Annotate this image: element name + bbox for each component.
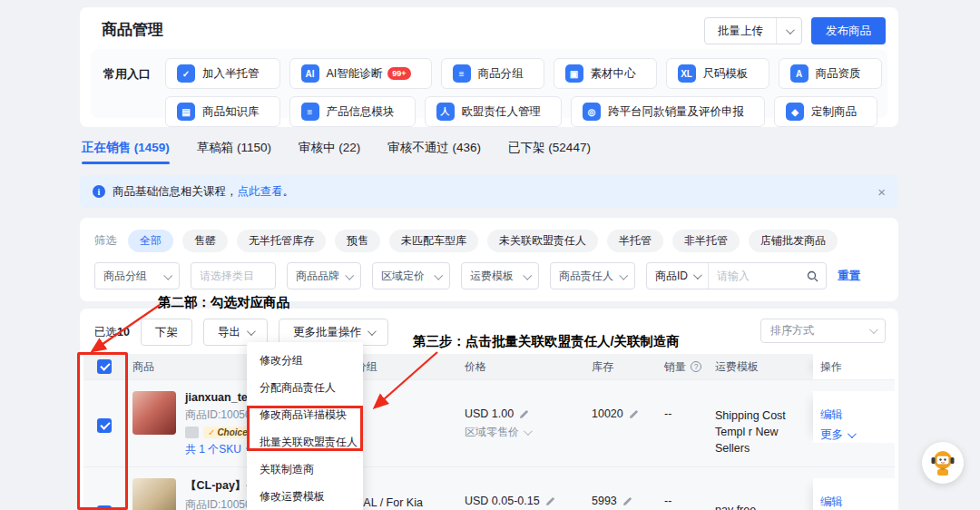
group-select[interactable]: 商品分组 xyxy=(94,262,180,289)
chevron-down-icon xyxy=(869,325,878,334)
edit-pencil-icon[interactable] xyxy=(519,408,530,419)
banner-suffix: 。 xyxy=(283,184,295,200)
menu-item[interactable]: 批量关联欧盟责任人 xyxy=(247,428,363,456)
robot-icon xyxy=(927,447,958,478)
entry-label: AI智能诊断 xyxy=(327,66,383,82)
chevron-down-icon xyxy=(247,327,256,336)
quick-entry-button[interactable]: A 商品资质 xyxy=(779,58,882,89)
filter-chip[interactable]: 无半托管库存 xyxy=(237,230,326,252)
owner-select[interactable]: 商品责任人 xyxy=(550,262,635,289)
batch-upload-dropdown-toggle[interactable] xyxy=(776,18,801,44)
category-input[interactable]: 请选择类目 xyxy=(191,262,276,289)
quick-entry-button[interactable]: ✓ 加入半托管 xyxy=(165,58,280,89)
quick-entry-button[interactable]: ◎ 跨平台同款销量及评价申报 xyxy=(571,96,765,127)
quick-entry-label: 常用入口 xyxy=(103,66,151,118)
chevron-down-icon xyxy=(523,270,532,280)
entry-label: 定制商品 xyxy=(811,104,857,120)
batch-actions-menu: 修改分组分配商品责任人修改商品详描模块批量关联欧盟责任人关联制造商修改运费模板删… xyxy=(247,342,363,510)
id-type-select[interactable]: 商品ID xyxy=(647,263,709,289)
quick-entry-row-1: ✓ 加入半托管 AI AI智能诊断 99+ ≡ 商品分组 ▣ 素材中心 XL 尺… xyxy=(165,58,882,89)
batch-upload-split-button: 批量上传 xyxy=(704,17,802,44)
quick-entry-button[interactable]: ▣ 素材中心 xyxy=(554,58,657,89)
table-row: jianxuan_test_ 商品ID:10050007 ✓Choice 共 1… xyxy=(83,379,895,466)
quick-entry-button[interactable]: 人 欧盟责任人管理 xyxy=(425,96,563,127)
filter-chip[interactable]: 预售 xyxy=(335,230,380,252)
quick-entry-button[interactable]: ◆ 定制商品 xyxy=(774,96,877,127)
quick-entry-button[interactable]: AI AI智能诊断 99+ xyxy=(289,58,432,89)
filter-chip[interactable]: 全部 xyxy=(128,230,173,252)
offshelf-button[interactable]: 下架 xyxy=(141,319,192,346)
entry-icon: A xyxy=(790,64,808,83)
chevron-down-icon xyxy=(693,270,702,280)
entry-icon: ◆ xyxy=(786,103,804,121)
stock-cell: 10020 xyxy=(584,391,657,420)
search-icon[interactable] xyxy=(807,270,818,282)
help-icon[interactable]: ? xyxy=(691,361,701,372)
region-retail-price-toggle[interactable]: 区域零售价 xyxy=(465,425,584,440)
more-link[interactable]: 更多 xyxy=(820,427,897,443)
entry-label: 加入半托管 xyxy=(202,66,260,82)
filter-chip[interactable]: 店铺批发商品 xyxy=(749,230,838,252)
tab[interactable]: 正在销售 (1459) xyxy=(82,140,170,171)
tab[interactable]: 审核不通过 (436) xyxy=(387,140,481,171)
sales-cell: -- xyxy=(657,478,708,507)
edit-pencil-icon[interactable] xyxy=(545,495,556,506)
banner-link[interactable]: 点此查看 xyxy=(238,184,283,200)
price-cell: USD 0.05-0.15 xyxy=(457,478,584,507)
shipping-cell: pay free xyxy=(708,478,813,510)
annotation-step2: 第二部：勾选对应商品 xyxy=(158,294,289,311)
publish-product-button[interactable]: 发布商品 xyxy=(811,17,886,44)
id-search-combo: 商品ID xyxy=(646,262,827,289)
edit-link[interactable]: 编辑 xyxy=(820,495,897,510)
edit-link[interactable]: 编辑 xyxy=(820,407,897,423)
header-card: 商品管理 批量上传 发布商品 常用入口 ✓ 加入半托管 AI AI智能诊断 99… xyxy=(80,7,898,127)
menu-item[interactable]: 修改运费模板 xyxy=(247,483,363,510)
menu-item[interactable]: 修改商品详描模块 xyxy=(247,401,363,428)
group-cell xyxy=(348,391,457,407)
select-all-checkbox[interactable] xyxy=(97,359,112,374)
tab[interactable]: 已下架 (52447) xyxy=(508,140,591,171)
reset-button[interactable]: 重置 xyxy=(838,269,860,284)
search-input[interactable] xyxy=(709,270,807,282)
edit-pencil-icon[interactable] xyxy=(629,408,640,419)
chevron-down-icon xyxy=(368,327,377,336)
entry-icon: AI xyxy=(301,64,319,83)
filter-chip[interactable]: 非半托管 xyxy=(672,230,740,252)
product-image[interactable] xyxy=(132,391,176,435)
brand-select[interactable]: 商品品牌 xyxy=(287,262,361,289)
filter-chip[interactable]: 未关联欧盟责任人 xyxy=(487,230,598,252)
shipping-template-select[interactable]: 运费模板 xyxy=(461,262,539,289)
entry-label: 欧盟责任人管理 xyxy=(462,104,542,120)
filter-chip[interactable]: 售罄 xyxy=(182,230,228,252)
menu-item[interactable]: 分配商品责任人 xyxy=(247,374,363,401)
row-checkbox[interactable] xyxy=(97,418,112,433)
quick-entry-button[interactable]: ≡ 商品分组 xyxy=(441,58,544,89)
sort-select[interactable]: 排序方式 xyxy=(760,319,886,343)
action-cell: 编辑 更多 xyxy=(813,478,897,510)
stock-cell: 5993 xyxy=(584,478,657,507)
filter-chip[interactable]: 半托管 xyxy=(607,230,663,252)
price-cell: USD 1.00 区域零售价 xyxy=(457,391,584,440)
close-icon[interactable]: × xyxy=(877,184,886,200)
filter-chips: 全部售罄无半托管库存预售未匹配车型库未关联欧盟责任人半托管非半托管店铺批发商品 xyxy=(128,230,838,252)
region-price-select[interactable]: 区域定价 xyxy=(372,262,450,289)
tab[interactable]: 审核中 (22) xyxy=(299,140,360,171)
filter-chip[interactable]: 未匹配车型库 xyxy=(389,230,478,252)
quick-entry-button[interactable]: XL 尺码模板 xyxy=(666,58,769,89)
edit-pencil-icon[interactable] xyxy=(622,495,633,506)
quick-entry-row-2: ▤ 商品知识库 ≡ 产品信息模块 人 欧盟责任人管理 ◎ 跨平台同款销量及评价申… xyxy=(165,96,882,127)
menu-item[interactable]: 关联制造商 xyxy=(247,456,363,483)
menu-item[interactable]: 修改分组 xyxy=(247,347,363,374)
entry-icon: ◎ xyxy=(583,103,601,121)
quick-entry-button[interactable]: ▤ 商品知识库 xyxy=(165,96,280,127)
chevron-down-icon xyxy=(848,429,857,438)
sales-cell: -- xyxy=(657,391,708,420)
choice-badge: ✓Choice xyxy=(203,427,252,438)
assistant-mascot-button[interactable] xyxy=(922,442,964,484)
quick-entry-button[interactable]: ≡ 产品信息模块 xyxy=(289,96,416,127)
batch-upload-button[interactable]: 批量上传 xyxy=(705,18,776,44)
product-image[interactable] xyxy=(132,478,176,510)
chevron-down-icon xyxy=(163,270,172,280)
row-checkbox[interactable] xyxy=(97,505,112,510)
tab[interactable]: 草稿箱 (1150) xyxy=(197,140,271,171)
